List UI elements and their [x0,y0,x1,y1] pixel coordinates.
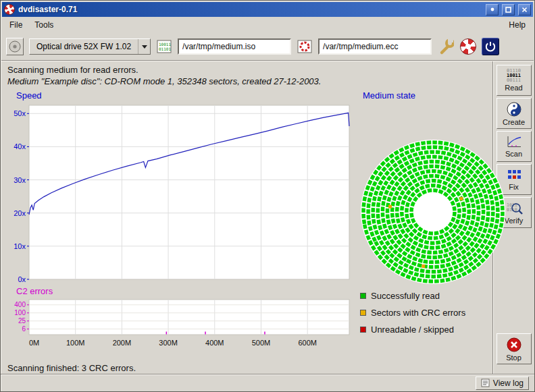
drive-load-button[interactable] [6,38,24,55]
read-icon: 01110 10011 00111 [507,69,521,83]
combo-arrow [138,39,150,54]
close-icon [521,7,528,13]
legend: Successfully read Sectors with CRC error… [360,287,465,338]
charts-region: Speed 0x10x20x30x40x50x C2 errors 0M100M… [1,90,492,359]
speed-chart: 0x10x20x30x40x50x [2,101,353,285]
medium-state-disc-map [355,134,511,290]
preferences-button[interactable] [437,38,455,55]
legend-good-color-swatch [360,293,366,299]
svg-text:200M: 200M [113,339,132,347]
window-title: dvdisaster-0.71 [18,5,482,14]
legend-unreadable-color-swatch [360,327,366,333]
app-icon [4,4,15,15]
svg-text:25: 25 [18,317,26,325]
svg-text:10011: 10011 [159,42,171,47]
legend-item-crc: Sectors with CRC errors [360,304,465,321]
toolbar: Optical drive 52X FW 1.02 10011 01101 [1,33,534,60]
medium-state-title: Medium state [363,90,415,101]
status-line-2: Medium "Example disc": CD-ROM mode 1, 35… [7,76,492,86]
scan-result-status: Scanning finished: 3 CRC errors. [7,363,492,373]
legend-unreadable-label: Unreadable / skipped [371,325,454,335]
legend-crc-label: Sectors with CRC errors [371,308,465,318]
main-area: Scanning medium for read errors. Medium … [1,61,534,374]
svg-text:50x: 50x [14,109,26,117]
menu-file[interactable]: File [3,18,28,32]
view-log-label: View log [493,379,524,388]
quit-button[interactable] [482,38,499,55]
close-button[interactable] [518,4,531,16]
read-icon-line3: 00111 [507,78,521,83]
svg-text:400: 400 [14,301,26,308]
about-dvdisaster-button[interactable] [460,38,476,55]
c2-errors-chart: 0M100M200M300M400M500M600M400100256 [2,297,353,354]
minimize-button[interactable] [486,4,499,16]
create-label: Create [503,118,525,126]
read-button[interactable]: 01110 10011 00111 Read [496,65,532,96]
create-icon [506,101,522,117]
stop-button[interactable]: Stop [496,333,532,364]
chevron-down-icon [142,45,147,49]
legend-item-unreadable: Unreadable / skipped [360,321,465,338]
stop-label: Stop [506,354,521,362]
title-bar: dvdisaster-0.71 [2,2,533,17]
svg-text:500M: 500M [252,339,271,347]
svg-text:300M: 300M [159,339,178,347]
svg-text:0M: 0M [29,339,39,347]
content-area: Scanning medium for read errors. Medium … [1,61,492,374]
svg-text:400M: 400M [205,339,224,347]
maximize-button[interactable] [502,4,515,16]
ecc-file-input[interactable] [318,38,432,55]
svg-text:10x: 10x [14,242,26,250]
wrench-icon [438,38,454,55]
maximize-icon [505,7,511,13]
speed-chart-title: Speed [16,90,42,101]
ecc-file-icon [297,38,313,55]
svg-text:40x: 40x [14,142,26,150]
svg-text:6: 6 [22,325,26,333]
drive-select[interactable]: Optical drive 52X FW 1.02 [29,38,151,55]
legend-item-good: Successfully read [360,287,465,304]
footer-bar: View log [1,374,534,391]
menu-tools[interactable]: Tools [28,18,59,32]
image-file-icon: 10011 01101 [156,38,172,55]
c2-errors-chart-title: C2 errors [16,286,53,296]
svg-text:20x: 20x [14,209,26,217]
stop-icon [506,337,522,353]
legend-good-label: Successfully read [371,291,440,301]
legend-crc-color-swatch [360,310,366,316]
power-icon [484,40,496,53]
svg-text:01101: 01101 [159,47,171,51]
create-button[interactable]: Create [496,98,532,129]
app-window: dvdisaster-0.71 File Tools Help Optical … [0,0,535,392]
view-log-icon [481,379,490,387]
svg-text:0x: 0x [18,275,26,283]
minimize-icon [490,7,495,12]
drive-select-value: Optical drive 52X FW 1.02 [30,42,138,51]
view-log-button[interactable]: View log [476,376,529,390]
svg-text:600M: 600M [298,339,317,347]
svg-text:30x: 30x [14,176,26,184]
menu-bar: File Tools Help [1,17,534,33]
svg-text:100M: 100M [66,339,85,347]
read-label: Read [505,84,522,92]
menu-help[interactable]: Help [503,18,532,32]
image-file-input[interactable] [178,38,291,55]
svg-text:100: 100 [14,309,26,316]
drive-icon [8,40,22,53]
status-line-1: Scanning medium for read errors. [7,65,492,75]
